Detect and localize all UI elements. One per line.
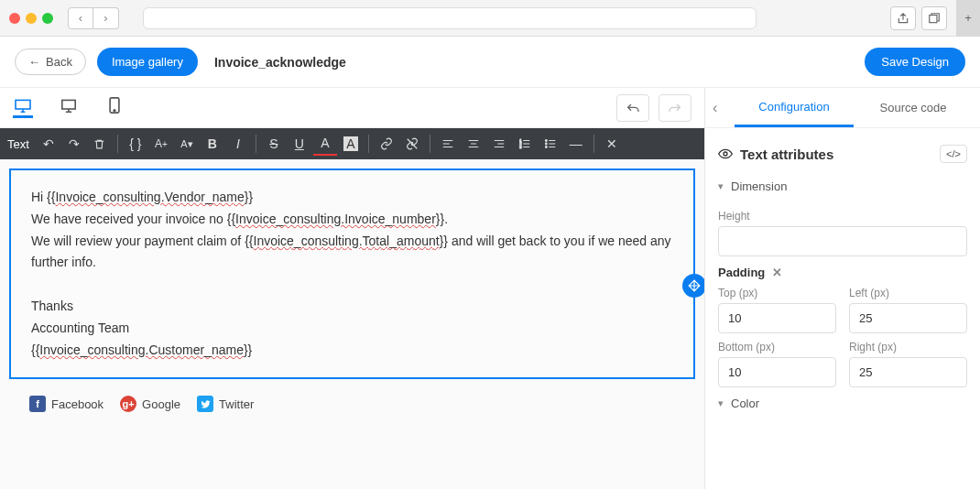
toolbar-label: Text bbox=[7, 137, 35, 151]
panel-tabs: ‹ Configuration Source code bbox=[705, 88, 980, 128]
top-label: Top (px) bbox=[718, 287, 836, 299]
svg-point-8 bbox=[545, 140, 547, 142]
close-window-icon[interactable] bbox=[9, 13, 20, 24]
social-twitter[interactable]: Twitter bbox=[197, 396, 254, 412]
content-line-1: Hi {{Invoice_consulting.Vendor_name}} bbox=[31, 187, 673, 209]
svg-point-11 bbox=[724, 152, 727, 156]
align-left-icon[interactable] bbox=[436, 132, 460, 156]
maximize-window-icon[interactable] bbox=[42, 13, 53, 24]
unlink-icon[interactable] bbox=[400, 132, 424, 156]
image-gallery-button[interactable]: Image gallery bbox=[97, 48, 198, 76]
link-icon[interactable] bbox=[375, 132, 398, 156]
desktop-icon[interactable] bbox=[59, 98, 79, 118]
editor-canvas[interactable]: Hi {{Invoice_consulting.Vendor_name}} We… bbox=[0, 159, 704, 489]
redo-icon[interactable]: ↷ bbox=[62, 132, 86, 156]
svg-rect-0 bbox=[930, 15, 937, 22]
code-toggle-button[interactable]: </> bbox=[940, 145, 967, 163]
svg-rect-1 bbox=[16, 100, 30, 109]
save-design-button[interactable]: Save Design bbox=[865, 48, 965, 76]
nav-back-button[interactable]: ‹ bbox=[68, 7, 93, 29]
tabs-icon[interactable] bbox=[921, 6, 947, 30]
back-label: Back bbox=[46, 55, 72, 69]
italic-icon[interactable]: I bbox=[226, 132, 250, 156]
share-icon[interactable] bbox=[890, 6, 916, 30]
social-row: f Facebook g+ Google Twitter bbox=[9, 379, 695, 429]
padding-label: Padding bbox=[718, 266, 765, 279]
social-google[interactable]: g+ Google bbox=[120, 396, 180, 412]
merge-tag-icon[interactable]: { } bbox=[124, 132, 147, 156]
highlight-icon[interactable]: A bbox=[339, 132, 363, 156]
bold-icon[interactable]: B bbox=[201, 132, 224, 156]
content-team: Accounting Team bbox=[31, 318, 673, 340]
accordion-dimension[interactable]: ▾ Dimension bbox=[718, 170, 967, 202]
content-line-3: We will review your payment claim of {{I… bbox=[31, 231, 673, 275]
svg-text:3: 3 bbox=[519, 145, 522, 149]
content-thanks: Thanks bbox=[31, 296, 673, 318]
bottom-label: Bottom (px) bbox=[718, 341, 836, 353]
undo-icon[interactable]: ↶ bbox=[37, 132, 60, 156]
undo-button[interactable] bbox=[616, 94, 649, 122]
nav-forward-button[interactable]: › bbox=[93, 7, 119, 29]
panel-section-title: Text attributes bbox=[718, 147, 833, 162]
move-handle-icon[interactable] bbox=[682, 274, 704, 298]
properties-panel: ‹ Configuration Source code Text attribu… bbox=[705, 88, 980, 489]
height-label: Height bbox=[718, 210, 967, 223]
trash-icon[interactable] bbox=[88, 132, 112, 156]
arrow-left-icon: ← bbox=[28, 55, 40, 69]
font-size-icon[interactable]: A▾ bbox=[175, 132, 199, 156]
canvas-column: Text ↶ ↷ { } A+ A▾ B I S U A A bbox=[0, 88, 705, 489]
minimize-window-icon[interactable] bbox=[26, 13, 37, 24]
back-button[interactable]: ← Back bbox=[15, 49, 86, 75]
svg-point-4 bbox=[114, 109, 115, 111]
underline-icon[interactable]: U bbox=[288, 132, 311, 156]
strikethrough-icon[interactable]: S bbox=[262, 132, 286, 156]
chevron-down-icon: ▾ bbox=[718, 397, 724, 409]
horizontal-rule-icon[interactable]: — bbox=[564, 132, 588, 156]
eye-icon bbox=[718, 147, 733, 161]
social-facebook[interactable]: f Facebook bbox=[29, 396, 103, 412]
padding-top-input[interactable] bbox=[718, 303, 836, 333]
app-header: ← Back Image gallery Invoice_acknowledge… bbox=[0, 37, 980, 88]
facebook-icon: f bbox=[29, 396, 46, 412]
panel-back-button[interactable]: ‹ bbox=[713, 100, 735, 116]
text-color-icon[interactable]: A bbox=[313, 132, 337, 156]
padding-bottom-input[interactable] bbox=[718, 357, 836, 387]
svg-point-9 bbox=[545, 143, 547, 145]
right-label: Right (px) bbox=[849, 341, 967, 353]
mobile-icon[interactable] bbox=[104, 98, 125, 118]
content-signature: {{Invoice_consulting.Customer_name}} bbox=[31, 340, 673, 362]
align-right-icon[interactable] bbox=[487, 132, 511, 156]
twitter-icon bbox=[197, 396, 213, 412]
align-center-icon[interactable] bbox=[462, 132, 485, 156]
svg-point-10 bbox=[545, 147, 547, 148]
text-toolbar: Text ↶ ↷ { } A+ A▾ B I S U A A bbox=[0, 128, 704, 159]
content-line-2: We have received your invoice no {{Invoi… bbox=[31, 209, 673, 231]
clear-format-icon[interactable]: ✕ bbox=[600, 132, 624, 156]
desktop-wide-icon[interactable] bbox=[13, 98, 33, 118]
device-toolbar bbox=[0, 88, 704, 128]
tab-configuration[interactable]: Configuration bbox=[735, 89, 854, 127]
tab-source-code[interactable]: Source code bbox=[854, 90, 973, 125]
left-label: Left (px) bbox=[849, 287, 967, 299]
chevron-down-icon: ▾ bbox=[718, 180, 724, 192]
height-input[interactable] bbox=[718, 226, 967, 256]
padding-right-input[interactable] bbox=[849, 357, 967, 387]
clear-padding-button[interactable]: ✕ bbox=[772, 266, 782, 279]
text-block-selected[interactable]: Hi {{Invoice_consulting.Vendor_name}} We… bbox=[9, 168, 695, 379]
svg-rect-2 bbox=[62, 100, 75, 109]
redo-button[interactable] bbox=[659, 94, 691, 122]
ordered-list-icon[interactable]: 123 bbox=[513, 132, 537, 156]
font-color-plus-icon[interactable]: A+ bbox=[149, 132, 173, 156]
padding-left-input[interactable] bbox=[849, 303, 967, 333]
accordion-color[interactable]: ▾ Color bbox=[718, 387, 967, 419]
url-bar[interactable] bbox=[143, 7, 757, 29]
unordered-list-icon[interactable] bbox=[539, 132, 562, 156]
browser-chrome: ‹ › + bbox=[0, 0, 980, 37]
google-plus-icon: g+ bbox=[120, 396, 136, 412]
new-tab-button[interactable]: + bbox=[956, 0, 980, 37]
page-title: Invoice_acknowledge bbox=[214, 55, 346, 70]
